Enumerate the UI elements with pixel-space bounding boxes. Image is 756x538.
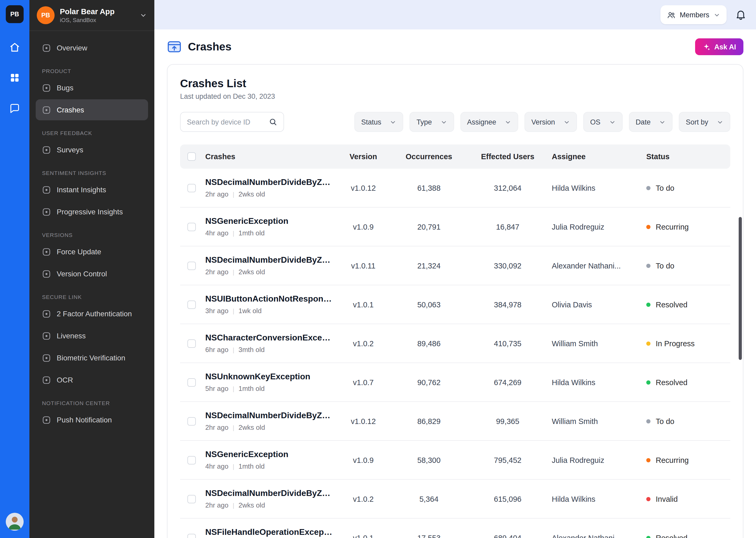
home-icon[interactable] xyxy=(5,38,24,57)
crash-name: NSGenericException xyxy=(205,450,332,459)
filter-type[interactable]: Type xyxy=(410,112,454,132)
row-checkbox[interactable] xyxy=(187,339,196,348)
crash-status: Resolved xyxy=(644,534,730,538)
crash-name: NSCharacterConversionExcepti... xyxy=(205,333,332,343)
table-row[interactable]: NSFileHandleOperationException 6hr ago |… xyxy=(180,518,730,538)
crash-age: 1mth old xyxy=(238,385,264,393)
table-row[interactable]: NSGenericException 4hr ago | 1mth old v1… xyxy=(180,207,730,246)
table-row[interactable]: NSDecimalNumberDivideByZer... 2hr ago | … xyxy=(180,169,730,207)
status-dot xyxy=(646,419,650,423)
crash-name: NSFileHandleOperationException xyxy=(205,527,332,537)
sidebar-item-bugs[interactable]: Bugs xyxy=(36,77,148,98)
sidebar-section-label: SENTIMENT INSIGHTS xyxy=(42,170,142,176)
sidebar-item-force-update[interactable]: Force Update xyxy=(36,241,148,262)
sidebar-item-overview[interactable]: Overview xyxy=(36,37,148,58)
sidebar-item-biometric-verification[interactable]: Biometric Verification xyxy=(36,347,148,368)
filter-os[interactable]: OS xyxy=(583,112,622,132)
sidebar-item-2-factor-authentication[interactable]: 2 Factor Authentication xyxy=(36,303,148,324)
crash-time: 2hr ago xyxy=(205,190,228,198)
table-row[interactable]: NSUnknownKeyException 5hr ago | 1mth old… xyxy=(180,363,730,402)
instant-insights-icon xyxy=(42,185,51,194)
crash-occurrences: 61,388 xyxy=(392,184,466,192)
chat-icon[interactable] xyxy=(5,99,24,118)
sidebar-item-surveys[interactable]: Surveys xyxy=(36,139,148,160)
table-row[interactable]: NSCharacterConversionExcepti... 6hr ago … xyxy=(180,324,730,363)
members-button[interactable]: Members xyxy=(660,5,727,24)
row-checkbox[interactable] xyxy=(187,495,196,503)
apps-grid-icon[interactable] xyxy=(5,68,24,87)
main-content: Members Crashes Ask AI xyxy=(154,0,756,538)
sidebar-item-progressive-insights[interactable]: Progressive Insights xyxy=(36,201,148,222)
workspace-logo[interactable]: PB xyxy=(6,5,24,23)
filter-version[interactable]: Version xyxy=(525,112,577,132)
row-checkbox[interactable] xyxy=(187,456,196,464)
crash-assignee: Julia Rodreguiz xyxy=(550,456,644,464)
table-row[interactable]: NSDecimalNumberDivideByZer... 2hr ago | … xyxy=(180,402,730,441)
crash-occurrences: 89,486 xyxy=(392,339,466,348)
row-checkbox[interactable] xyxy=(187,223,196,231)
user-avatar[interactable] xyxy=(6,513,24,531)
sidebar-item-instant-insights[interactable]: Instant Insights xyxy=(36,179,148,200)
scrollbar-thumb[interactable] xyxy=(739,217,742,360)
table-row[interactable]: NSDecimalNumberDivideByZer... 2hr ago | … xyxy=(180,246,730,285)
app-sidebar: PB Polar Bear App iOS, SandBox Overview … xyxy=(29,0,154,538)
meta-divider: | xyxy=(233,424,234,431)
crash-version: v1.0.9 xyxy=(334,223,392,231)
notifications-bell-icon[interactable] xyxy=(735,9,746,21)
crash-status: Recurring xyxy=(644,456,730,464)
crash-version: v1.0.1 xyxy=(334,534,392,538)
column-header-version: Version xyxy=(334,152,392,161)
row-checkbox[interactable] xyxy=(187,261,196,270)
crash-name: NSDecimalNumberDivideByZer... xyxy=(205,255,332,265)
status-dot xyxy=(646,186,650,190)
crash-time: 2hr ago xyxy=(205,501,228,509)
crash-meta: 2hr ago | 2wks old xyxy=(205,501,332,509)
table-row[interactable]: NSDecimalNumberDivideByZer... 2hr ago | … xyxy=(180,480,730,518)
table-row[interactable]: NSUIButtonActionNotRespondi... 3hr ago |… xyxy=(180,285,730,324)
table-controls: Status Type Assignee Version OS Date Sor… xyxy=(180,112,730,132)
status-label: Resolved xyxy=(656,300,687,309)
crash-assignee: Alexander Nathani... xyxy=(550,261,644,270)
row-checkbox[interactable] xyxy=(187,300,196,309)
app-switcher[interactable]: PB Polar Bear App iOS, SandBox xyxy=(29,0,154,31)
crash-effected-users: 384,978 xyxy=(466,300,550,309)
status-dot xyxy=(646,225,650,229)
crash-assignee: Hilda Wilkins xyxy=(550,378,644,386)
biometric-verification-icon xyxy=(42,353,51,362)
search-icon[interactable] xyxy=(269,118,277,126)
crash-effected-users: 99,365 xyxy=(466,417,550,425)
sidebar-section-label: USER FEEDBACK xyxy=(42,130,142,136)
sidebar-item-push-notification[interactable]: Push Notification xyxy=(36,409,148,430)
row-checkbox[interactable] xyxy=(187,534,196,538)
row-checkbox[interactable] xyxy=(187,378,196,386)
sidebar-item-crashes[interactable]: Crashes xyxy=(36,99,148,120)
search-input[interactable] xyxy=(187,118,269,126)
chevron-down-icon xyxy=(504,119,511,125)
row-checkbox[interactable] xyxy=(187,417,196,425)
filter-status[interactable]: Status xyxy=(354,112,403,132)
sidebar-item-liveness[interactable]: Liveness xyxy=(36,325,148,346)
status-label: To do xyxy=(656,184,674,192)
crash-effected-users: 689,404 xyxy=(466,534,550,538)
crash-age: 2wks old xyxy=(238,190,265,198)
sidebar-item-ocr[interactable]: OCR xyxy=(36,369,148,390)
select-all-checkbox[interactable] xyxy=(187,152,196,161)
filter-date[interactable]: Date xyxy=(629,112,673,132)
filter-assignee[interactable]: Assignee xyxy=(460,112,518,132)
crash-time: 3hr ago xyxy=(205,307,228,315)
status-label: Recurring xyxy=(656,456,689,464)
sidebar-item-version-control[interactable]: Version Control xyxy=(36,263,148,284)
row-checkbox[interactable] xyxy=(187,184,196,192)
sparkle-icon xyxy=(703,43,711,51)
table-row[interactable]: NSGenericException 4hr ago | 1mth old v1… xyxy=(180,441,730,480)
crash-age: 2wks old xyxy=(238,423,265,431)
status-dot xyxy=(646,263,650,268)
filter-sort-by[interactable]: Sort by xyxy=(679,112,730,132)
sidebar-item-label: Overview xyxy=(57,44,87,52)
crash-effected-users: 615,096 xyxy=(466,495,550,503)
ask-ai-button[interactable]: Ask AI xyxy=(695,38,743,55)
surveys-icon xyxy=(42,145,51,154)
crash-status: Invalid xyxy=(644,495,730,503)
search-box[interactable] xyxy=(180,112,284,132)
status-label: To do xyxy=(656,261,674,270)
